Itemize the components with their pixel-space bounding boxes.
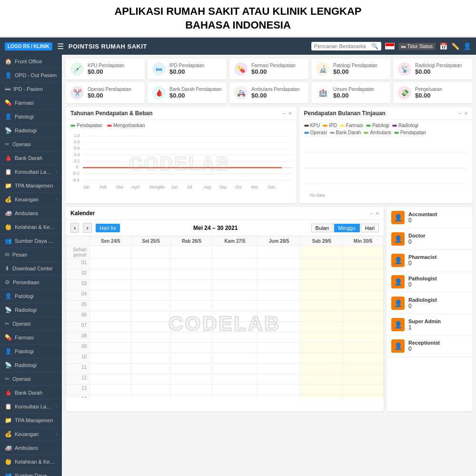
cal-cell-9-6[interactable]	[343, 343, 384, 353]
sidebar-item-28[interactable]: 🚑Ambulans	[0, 441, 62, 455]
cal-cell-2-6[interactable]	[343, 269, 384, 280]
close2-icon[interactable]: ×	[465, 110, 467, 116]
sidebar-item-16[interactable]: ⚙Persediaan	[0, 276, 62, 289]
cal-cell-12-3[interactable]	[213, 374, 258, 385]
sidebar-item-29[interactable]: 👶Kelahiran & Kematian Rec	[0, 455, 62, 469]
sidebar-item-5[interactable]: 📡Radiologi	[0, 124, 62, 138]
cal-cell-7-2[interactable]	[170, 322, 213, 332]
sidebar-item-27[interactable]: 💰Keuangan‹	[0, 427, 62, 441]
cal-cell-10-0[interactable]	[90, 353, 132, 364]
cal-cell-5-4[interactable]	[257, 301, 301, 311]
cal-cell-14-3[interactable]	[213, 395, 258, 398]
sidebar-item-12[interactable]: 👶Kelahiran & Kematian Rec	[0, 220, 62, 234]
cal-cell-13-6[interactable]	[343, 385, 384, 395]
cal-cell-7-4[interactable]	[257, 322, 301, 332]
cal-cell-5-6[interactable]	[343, 301, 384, 311]
cal-cell-0-5[interactable]	[301, 246, 343, 259]
cal-cell-9-2[interactable]	[170, 343, 213, 353]
cal-cell-11-0[interactable]	[90, 364, 132, 374]
cal-cell-8-6[interactable]	[343, 332, 384, 343]
cal-cell-1-5[interactable]	[301, 259, 343, 269]
sidebar-item-0[interactable]: 🏠Front Office	[0, 55, 62, 69]
sidebar-item-13[interactable]: 👥Sumber Daya Manusia	[0, 234, 62, 248]
cal-cell-3-6[interactable]	[343, 280, 384, 290]
sidebar-item-11[interactable]: 🚑Ambulans	[0, 207, 62, 220]
cal-cell-11-3[interactable]	[213, 364, 258, 374]
cal-minimize-icon[interactable]: −	[370, 210, 373, 216]
cal-cell-1-1[interactable]	[131, 259, 170, 269]
sidebar-item-7[interactable]: 🩸Bank Darah	[0, 151, 62, 165]
cal-cell-2-1[interactable]	[131, 269, 170, 280]
cal-cell-8-0[interactable]	[90, 332, 132, 343]
cal-cell-14-0[interactable]	[90, 395, 132, 398]
cal-cell-8-4[interactable]	[257, 332, 301, 343]
cal-cell-13-2[interactable]	[170, 385, 213, 395]
cal-prev-btn[interactable]: ‹	[70, 223, 79, 233]
cal-cell-12-1[interactable]	[131, 374, 170, 385]
cal-cell-11-6[interactable]	[343, 364, 384, 374]
sidebar-item-9[interactable]: 📁TPA Manajemen	[0, 179, 62, 193]
cal-cell-11-4[interactable]	[257, 364, 301, 374]
cal-cell-4-0[interactable]	[90, 290, 132, 301]
cal-close-icon[interactable]: ×	[376, 210, 379, 216]
cal-cell-6-4[interactable]	[257, 311, 301, 322]
close-icon[interactable]: ×	[288, 110, 291, 116]
cal-cell-2-5[interactable]	[301, 269, 343, 280]
cal-cell-7-6[interactable]	[343, 322, 384, 332]
cal-cell-5-3[interactable]	[213, 301, 258, 311]
cal-cell-4-6[interactable]	[343, 290, 384, 301]
cal-cell-1-4[interactable]	[257, 259, 301, 269]
cal-cell-14-1[interactable]	[131, 395, 170, 398]
cal-cell-13-1[interactable]	[131, 385, 170, 395]
cal-cell-10-3[interactable]	[213, 353, 258, 364]
search-input[interactable]	[314, 43, 371, 49]
cal-cell-4-5[interactable]	[301, 290, 343, 301]
cal-cell-14-5[interactable]	[301, 395, 343, 398]
cal-cell-6-1[interactable]	[131, 311, 170, 322]
sidebar-item-20[interactable]: 💊Farmasi	[0, 331, 62, 345]
cal-cell-1-2[interactable]	[170, 259, 213, 269]
cal-cell-6-0[interactable]	[90, 311, 132, 322]
search-icon[interactable]: 🔍	[371, 43, 378, 50]
cal-cell-8-2[interactable]	[170, 332, 213, 343]
cal-day-btn[interactable]: Hari	[361, 224, 379, 232]
cal-cell-1-0[interactable]	[90, 259, 132, 269]
cal-cell-8-3[interactable]	[213, 332, 258, 343]
sidebar-item-6[interactable]: ✂Operasi	[0, 138, 62, 151]
sidebar-item-17[interactable]: 👤Patologi	[0, 289, 62, 303]
cal-cell-2-2[interactable]	[170, 269, 213, 280]
cal-cell-14-6[interactable]	[343, 395, 384, 398]
cal-cell-4-1[interactable]	[131, 290, 170, 301]
cal-cell-7-1[interactable]	[131, 322, 170, 332]
cal-today-btn[interactable]: Hari Ini	[96, 224, 120, 232]
cal-cell-9-0[interactable]	[90, 343, 132, 353]
cal-cell-8-1[interactable]	[131, 332, 170, 343]
sidebar-item-23[interactable]: ✂Operasi	[0, 372, 62, 386]
cal-cell-2-3[interactable]	[213, 269, 258, 280]
cal-cell-8-5[interactable]	[301, 332, 343, 343]
cal-cell-9-3[interactable]	[213, 343, 258, 353]
cal-cell-9-4[interactable]	[257, 343, 301, 353]
cal-cell-0-2[interactable]	[170, 246, 213, 259]
minimize2-icon[interactable]: −	[458, 110, 461, 116]
cal-cell-3-2[interactable]	[170, 280, 213, 290]
cal-cell-5-2[interactable]	[170, 301, 213, 311]
cal-cell-11-2[interactable]	[170, 364, 213, 374]
sidebar-item-21[interactable]: 👤Patologi	[0, 345, 62, 358]
sidebar-item-26[interactable]: 📁TPA Manajemen	[0, 414, 62, 427]
cal-cell-0-6[interactable]	[343, 246, 384, 259]
cal-cell-6-6[interactable]	[343, 311, 384, 322]
cal-week-btn[interactable]: Minggu	[334, 224, 360, 232]
cal-cell-1-6[interactable]	[343, 259, 384, 269]
cal-cell-13-4[interactable]	[257, 385, 301, 395]
cal-cell-3-3[interactable]	[213, 280, 258, 290]
cal-cell-10-6[interactable]	[343, 353, 384, 364]
cal-cell-9-1[interactable]	[131, 343, 170, 353]
cal-cell-14-2[interactable]	[170, 395, 213, 398]
cal-cell-0-4[interactable]	[257, 246, 301, 259]
cal-cell-10-2[interactable]	[170, 353, 213, 364]
cal-cell-10-4[interactable]	[257, 353, 301, 364]
cal-cell-3-1[interactable]	[131, 280, 170, 290]
minimize-icon[interactable]: −	[283, 110, 286, 116]
cal-cell-2-0[interactable]	[90, 269, 132, 280]
